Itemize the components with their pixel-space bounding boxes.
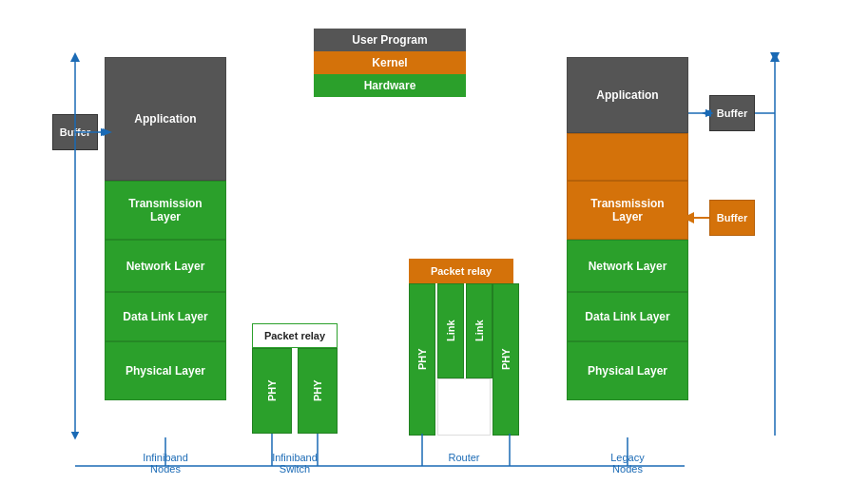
buffer-right-mid: Buffer xyxy=(709,200,755,236)
switch-phy-right: PHY xyxy=(298,348,338,434)
label-router: Router xyxy=(409,452,519,463)
label-infiniband-nodes: InfinibandNodes xyxy=(105,452,226,475)
svg-marker-16 xyxy=(770,52,780,62)
legend-hardware: Hardware xyxy=(314,74,466,97)
right-network-layer: Network Layer xyxy=(567,240,688,292)
router-gap xyxy=(437,378,491,436)
left-datalink-layer: Data Link Layer xyxy=(105,292,226,341)
right-app-kernel-layer xyxy=(567,133,688,181)
right-datalink-layer: Data Link Layer xyxy=(567,292,688,341)
right-transmission-layer: TransmissionLayer xyxy=(567,181,688,240)
svg-marker-15 xyxy=(770,52,780,62)
router-packet-relay: Packet relay xyxy=(409,259,513,283)
buffer-right-top: Buffer xyxy=(709,95,755,131)
left-stack: Application TransmissionLayer Network La… xyxy=(105,57,226,400)
legend-kernel: Kernel xyxy=(314,51,466,74)
right-stack: Application TransmissionLayer Network La… xyxy=(567,57,688,400)
router-phy-left: PHY xyxy=(409,283,435,436)
router-phy-right: PHY xyxy=(493,283,519,436)
diagram: User Program Kernel Hardware Application… xyxy=(0,0,850,504)
label-infiniband-switch: InfinibandSwitch xyxy=(252,452,338,475)
left-application-layer: Application xyxy=(105,57,226,181)
switch-packet-relay: Packet relay xyxy=(252,323,338,348)
svg-marker-14 xyxy=(70,52,80,62)
router-link-right: Link xyxy=(466,283,493,378)
left-physical-layer: Physical Layer xyxy=(105,341,226,400)
left-transmission-layer: TransmissionLayer xyxy=(105,181,226,240)
right-physical-layer: Physical Layer xyxy=(567,341,688,400)
router-link-left: Link xyxy=(437,283,464,378)
label-legacy-nodes: LegacyNodes xyxy=(567,452,688,475)
right-application-layer: Application xyxy=(567,57,688,133)
left-network-layer: Network Layer xyxy=(105,240,226,292)
switch-phy-left: PHY xyxy=(252,348,292,434)
buffer-left-top: Buffer xyxy=(52,114,98,150)
legend-user-program: User Program xyxy=(314,29,466,51)
legend: User Program Kernel Hardware xyxy=(314,29,466,97)
